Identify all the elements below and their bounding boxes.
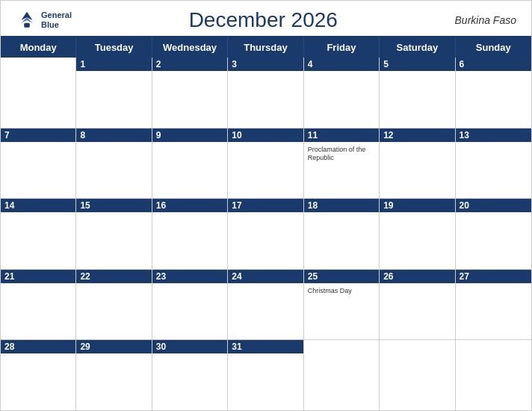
day-cell: 14: [1, 199, 76, 269]
day-number: 27: [460, 271, 469, 282]
day-cell: 10: [228, 129, 303, 199]
day-number: 30: [156, 342, 166, 352]
day-cell: 22: [76, 270, 152, 340]
day-number: 1: [80, 59, 85, 69]
day-cell: 3: [228, 58, 303, 128]
day-number: 22: [80, 271, 90, 282]
day-cell: 1: [76, 58, 152, 128]
day-cell: 24: [228, 270, 303, 340]
day-cell: 21: [1, 270, 76, 340]
holiday-label: Proclamation of the Republic: [308, 146, 375, 163]
day-number: 3: [232, 59, 237, 69]
day-cell: 2: [152, 58, 228, 128]
day-cell: 16: [152, 199, 228, 269]
day-cell: 29: [76, 340, 152, 410]
day-cell: 6: [456, 58, 531, 128]
day-cell: [456, 340, 531, 410]
day-cell: 27: [456, 270, 531, 340]
week-row-2: 7891011Proclamation of the Republic1213: [1, 129, 531, 200]
day-number: 18: [308, 200, 318, 211]
logo: General Blue: [16, 9, 72, 31]
day-number: 8: [80, 130, 85, 140]
day-cell: 7: [1, 129, 76, 199]
day-number: 10: [232, 130, 241, 140]
day-cell: 28: [1, 340, 76, 410]
day-cell: 17: [228, 199, 303, 269]
day-number: 2: [156, 59, 161, 69]
day-cell: 19: [380, 199, 455, 269]
month-title: December 2026: [189, 8, 338, 32]
day-cell: 5: [380, 58, 455, 128]
svg-rect-2: [24, 23, 30, 28]
week-row-3: 14151617181920: [1, 199, 531, 270]
day-cell: [304, 340, 380, 410]
day-cell: 9: [152, 129, 228, 199]
weeks: 1234567891011Proclamation of the Republi…: [1, 58, 531, 410]
calendar-container: General Blue December 2026 Burkina Faso …: [0, 0, 532, 411]
day-number: 25: [308, 271, 318, 282]
day-number: 12: [383, 130, 393, 140]
day-header-monday: Monday: [1, 37, 76, 58]
day-number: 21: [4, 271, 14, 282]
day-header-sunday: Sunday: [456, 37, 531, 58]
day-cell: 18: [304, 199, 380, 269]
day-cell: 25Christmas Day: [304, 270, 380, 340]
day-cell: 8: [76, 129, 152, 199]
day-header-saturday: Saturday: [380, 37, 455, 58]
day-number: 7: [4, 130, 10, 140]
day-number: 24: [232, 271, 241, 282]
day-headers: MondayTuesdayWednesdayThursdayFridaySatu…: [1, 37, 531, 58]
day-number: 31: [232, 342, 241, 352]
day-cell: 11Proclamation of the Republic: [304, 129, 380, 199]
day-cell: 26: [380, 270, 455, 340]
day-cell: 15: [76, 199, 152, 269]
day-number: 20: [460, 200, 469, 211]
week-row-5: 28293031: [1, 340, 531, 410]
day-number: 16: [156, 200, 166, 211]
day-number: 9: [156, 130, 161, 140]
day-cell: 30: [152, 340, 228, 410]
day-header-thursday: Thursday: [228, 37, 303, 58]
day-cell: [380, 340, 455, 410]
day-number: 14: [4, 200, 14, 211]
day-number: 6: [460, 59, 465, 69]
day-number: 23: [156, 271, 166, 282]
day-cell: 12: [380, 129, 455, 199]
logo-text: General Blue: [41, 10, 72, 30]
day-number: 11: [308, 130, 318, 140]
day-header-wednesday: Wednesday: [152, 37, 228, 58]
day-number: 17: [232, 200, 241, 211]
holiday-label: Christmas Day: [308, 287, 375, 296]
week-row-4: 2122232425Christmas Day2627: [1, 270, 531, 341]
calendar-grid: MondayTuesdayWednesdayThursdayFridaySatu…: [1, 36, 531, 410]
day-number: 19: [383, 200, 393, 211]
day-cell: 23: [152, 270, 228, 340]
day-number: 15: [80, 200, 90, 211]
day-number: 4: [308, 59, 313, 69]
day-number: 29: [80, 342, 90, 352]
day-cell: 31: [228, 340, 303, 410]
day-header-tuesday: Tuesday: [76, 37, 152, 58]
country-name: Burkina Faso: [455, 14, 516, 26]
day-number: 26: [383, 271, 393, 282]
logo-icon: [16, 9, 38, 31]
calendar-header: General Blue December 2026 Burkina Faso: [1, 1, 531, 36]
day-number: 28: [4, 342, 14, 352]
day-cell: [1, 58, 76, 128]
day-header-friday: Friday: [304, 37, 380, 58]
day-cell: 4: [304, 58, 380, 128]
week-row-1: 123456: [1, 58, 531, 129]
day-cell: 13: [456, 129, 531, 199]
day-number: 13: [460, 130, 469, 140]
day-cell: 20: [456, 199, 531, 269]
day-number: 5: [383, 59, 389, 69]
